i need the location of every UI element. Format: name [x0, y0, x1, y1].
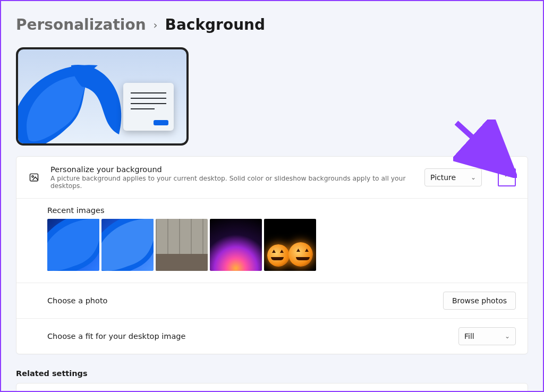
recent-image-thumb[interactable]	[101, 219, 154, 271]
personalize-subtitle: A picture background applies to your cur…	[50, 175, 414, 190]
choose-fit-label: Choose a fit for your desktop image	[47, 332, 448, 340]
related-settings-heading: Related settings	[16, 369, 528, 378]
recent-images-list	[47, 219, 516, 271]
svg-point-2	[32, 176, 33, 177]
background-type-select[interactable]: Picture ⌄	[424, 168, 482, 186]
recent-image-thumb[interactable]	[264, 219, 316, 271]
recent-image-thumb[interactable]	[156, 219, 208, 271]
breadcrumb: Personalization › Background	[16, 16, 528, 33]
chevron-down-icon: ⌄	[471, 174, 476, 181]
svg-rect-1	[30, 174, 38, 181]
recent-images-label: Recent images	[47, 206, 516, 215]
browse-photos-button[interactable]: Browse photos	[443, 292, 516, 310]
related-settings-card: Contrast themes Color themes for low vis…	[16, 383, 528, 392]
choose-photo-label: Choose a photo	[47, 296, 432, 305]
chevron-down-icon: ⌄	[505, 333, 510, 340]
breadcrumb-current: Background	[165, 16, 265, 33]
chevron-up-icon: ⌃	[504, 173, 510, 182]
expand-collapse-button[interactable]: ⌃	[498, 168, 516, 186]
personalize-background-row: Personalize your background A picture ba…	[16, 157, 528, 199]
fit-select-value: Fill	[464, 332, 474, 340]
choose-fit-row: Choose a fit for your desktop image Fill…	[16, 319, 528, 354]
breadcrumb-parent[interactable]: Personalization	[16, 16, 146, 33]
chevron-right-icon: ›	[154, 19, 158, 31]
background-type-value: Picture	[430, 173, 456, 182]
contrast-themes-row[interactable]: Contrast themes Color themes for low vis…	[16, 384, 528, 392]
choose-photo-row: Choose a photo Browse photos	[16, 283, 528, 319]
recent-image-thumb[interactable]	[210, 219, 262, 271]
personalize-title: Personalize your background	[50, 165, 414, 174]
preview-window-icon	[123, 83, 174, 131]
fit-select[interactable]: Fill ⌄	[458, 327, 516, 345]
picture-icon	[28, 172, 40, 183]
background-settings-card: Personalize your background A picture ba…	[16, 156, 528, 354]
desktop-preview	[16, 47, 189, 146]
recent-images-section: Recent images	[16, 199, 528, 283]
wallpaper-bloom-icon	[16, 47, 135, 146]
recent-image-thumb[interactable]	[47, 219, 99, 271]
